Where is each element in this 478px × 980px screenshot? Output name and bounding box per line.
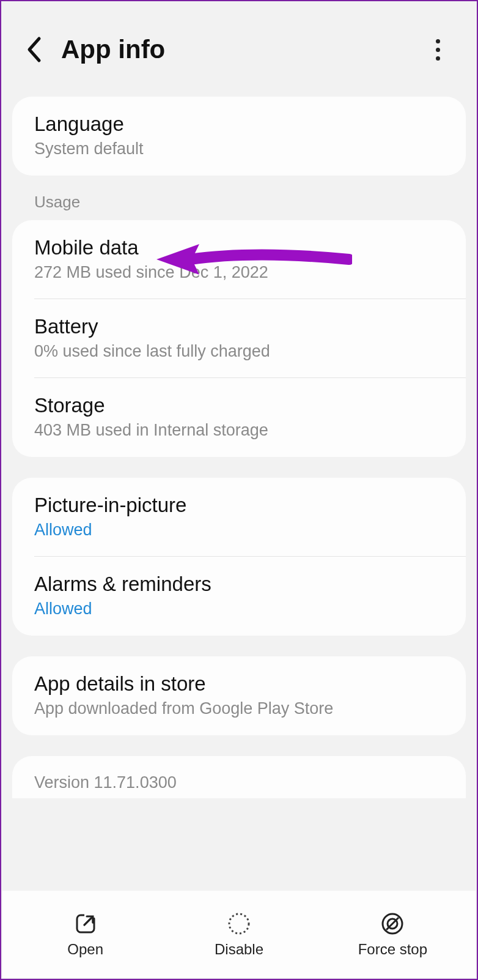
mobile-data-title: Mobile data xyxy=(34,236,444,259)
open-button[interactable]: Open xyxy=(9,910,162,958)
permissions-card: Picture-in-picture Allowed Alarms & remi… xyxy=(12,478,466,636)
page-title: App info xyxy=(61,35,423,64)
alarms-sub: Allowed xyxy=(34,600,444,618)
usage-card: Mobile data 272 MB used since Dec 1, 202… xyxy=(12,220,466,457)
svg-line-3 xyxy=(84,918,92,925)
battery-title: Battery xyxy=(34,315,444,338)
battery-sub: 0% used since last fully charged xyxy=(34,342,444,361)
pip-sub: Allowed xyxy=(34,521,444,540)
disable-button[interactable]: Disable xyxy=(162,910,315,958)
mobile-data-sub: 272 MB used since Dec 1, 2022 xyxy=(34,263,444,282)
force-stop-icon xyxy=(379,910,406,937)
storage-title: Storage xyxy=(34,394,444,417)
more-options-icon[interactable] xyxy=(423,39,452,61)
battery-row[interactable]: Battery 0% used since last fully charged xyxy=(12,299,466,378)
disable-icon xyxy=(226,910,252,937)
mobile-data-row[interactable]: Mobile data 272 MB used since Dec 1, 202… xyxy=(12,220,466,299)
alarms-title: Alarms & reminders xyxy=(34,573,444,596)
force-stop-label: Force stop xyxy=(358,941,427,958)
alarms-row[interactable]: Alarms & reminders Allowed xyxy=(12,557,466,636)
force-stop-button[interactable]: Force stop xyxy=(316,910,469,958)
open-label: Open xyxy=(67,941,103,958)
storage-sub: 403 MB used in Internal storage xyxy=(34,421,444,440)
store-title: App details in store xyxy=(34,672,444,696)
pip-row[interactable]: Picture-in-picture Allowed xyxy=(12,478,466,557)
language-title: Language xyxy=(34,113,444,136)
language-card: Language System default xyxy=(12,97,466,176)
back-icon[interactable] xyxy=(20,35,49,64)
header: App info xyxy=(1,1,477,93)
store-sub: App downloaded from Google Play Store xyxy=(34,699,444,718)
usage-section-label: Usage xyxy=(34,193,477,212)
open-icon xyxy=(72,910,99,937)
svg-point-4 xyxy=(229,914,249,934)
bottom-action-bar: Open Disable Force stop xyxy=(2,891,476,978)
storage-row[interactable]: Storage 403 MB used in Internal storage xyxy=(12,378,466,457)
pip-title: Picture-in-picture xyxy=(34,494,444,517)
disable-label: Disable xyxy=(215,941,263,958)
store-row[interactable]: App details in store App downloaded from… xyxy=(12,656,466,735)
language-sub: System default xyxy=(34,139,444,158)
version-card: Version 11.71.0300 xyxy=(12,756,466,798)
language-row[interactable]: Language System default xyxy=(12,97,466,176)
store-card: App details in store App downloaded from… xyxy=(12,656,466,735)
version-text: Version 11.71.0300 xyxy=(34,773,444,792)
